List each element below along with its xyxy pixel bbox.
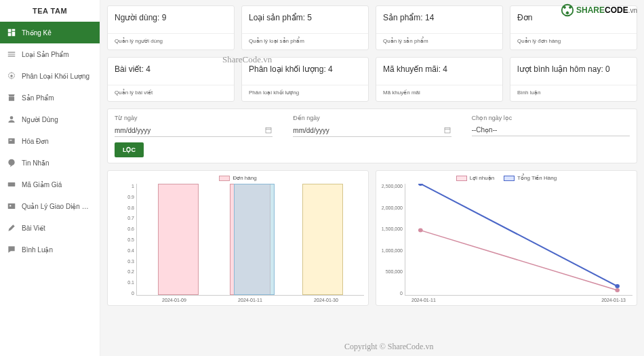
bar-chart: Đơn hàng 10.90.80.70.60.50.40.30.20.10	[107, 170, 369, 306]
calendar-icon	[264, 126, 273, 134]
card-nguoi-dung[interactable]: Người dùng: 9 Quản lý người dùng	[107, 5, 235, 50]
image-icon	[7, 201, 16, 211]
nav-nguoi-dung[interactable]: Người Dùng	[0, 108, 100, 130]
gear-icon	[7, 71, 16, 81]
chat-icon	[7, 158, 16, 167]
comment-icon	[7, 245, 16, 254]
nav-label: Hóa Đơn	[22, 138, 49, 145]
svg-point-1	[10, 116, 14, 119]
to-date-label: Đến ngày	[293, 115, 451, 121]
svg-point-4	[8, 159, 14, 165]
nav-label: Bài Viết	[22, 224, 45, 232]
nav-san-pham[interactable]: Sản Phẩm	[0, 87, 100, 108]
nav-bai-viet[interactable]: Bài Viết	[0, 217, 100, 239]
pen-icon	[7, 223, 16, 233]
nav-ma-giam-gia[interactable]: Mã Giảm Giá	[0, 174, 100, 195]
card-title: Phân loại khối lượng: 4	[249, 64, 361, 74]
svg-point-13	[418, 229, 423, 233]
nav-label: Phân Loại Khối Lượng	[22, 73, 89, 80]
sidebar: TEA TAM Thống Kê Loại Sản Phẩm Phân Loại…	[0, 0, 100, 356]
card-title: Mã khuyến mãi: 4	[383, 64, 496, 74]
ticket-icon	[7, 180, 16, 189]
svg-rect-5	[8, 182, 16, 186]
bar-y-axis: 10.90.80.70.60.50.40.30.20.10	[112, 184, 136, 296]
card-title: Bài viết: 4	[115, 64, 227, 74]
legend-label: Đơn hàng	[233, 175, 256, 181]
svg-point-0	[10, 75, 13, 77]
stat-cards: Người dùng: 9 Quản lý người dùng Loại sả…	[107, 5, 637, 102]
card-ma-khuyen-mai[interactable]: Mã khuyến mãi: 4 Mã khuyến mãi	[376, 57, 503, 102]
user-icon	[7, 115, 16, 124]
nav-label: Tin Nhắn	[22, 159, 49, 167]
line-x-axis: 2024-01-11 2024-01-13	[380, 298, 632, 302]
nav-phan-loai-khoi-luong[interactable]: Phân Loại Khối Lượng	[0, 65, 100, 87]
card-san-pham[interactable]: Sản phẩm: 14 Quản lý sản phẩm	[376, 5, 503, 50]
svg-point-12	[615, 284, 620, 288]
card-title: Người dùng: 9	[115, 13, 227, 22]
recycle-icon	[560, 3, 575, 18]
nav-hoa-don[interactable]: Hóa Đơn	[0, 130, 100, 152]
nav-label: Sản Phẩm	[22, 94, 54, 102]
nav-label: Thống Kê	[22, 29, 52, 37]
card-sub: Quản lý loại sản phẩm	[242, 33, 368, 50]
bar-legend: Đơn hàng	[112, 175, 364, 181]
card-title: Loại sản phẩm: 5	[249, 13, 361, 22]
svg-rect-9	[266, 128, 271, 134]
store-icon	[7, 93, 16, 102]
card-sub: Phân loại khối lượng	[242, 85, 368, 101]
nav-label: Bình Luận	[22, 246, 53, 254]
nav-quan-ly-giao-dien[interactable]: Quản Lý Giao Diện Website	[0, 195, 100, 217]
dashboard-icon	[7, 28, 16, 37]
bar-1	[158, 184, 199, 295]
svg-point-14	[615, 288, 620, 292]
menu-icon	[7, 50, 16, 59]
card-phan-loai-kl[interactable]: Phân loại khối lượng: 4 Phân loại khối l…	[241, 57, 369, 102]
svg-rect-2	[8, 138, 14, 144]
line-chart: Lợi nhuận Tổng Tiền Hàng 2,500,0002,000,…	[376, 170, 637, 306]
nav-label: Người Dùng	[22, 116, 58, 123]
legend-label: Tổng Tiền Hàng	[517, 175, 557, 181]
main-content: SHARECODE.vn Người dùng: 9 Quản lý người…	[100, 0, 644, 356]
line-y-axis: 2,500,0002,000,0001,500,0001,000,000500,…	[380, 184, 405, 296]
card-title: lượt bình luận hôm nay: 0	[517, 64, 630, 74]
filter-button[interactable]: LỌC	[115, 142, 144, 157]
nav-loai-san-pham[interactable]: Loại Sản Phẩm	[0, 43, 100, 65]
card-binh-luan[interactable]: lượt bình luận hôm nay: 0 Bình luận	[510, 57, 637, 102]
nav-label: Quản Lý Giao Diện Website	[22, 203, 93, 210]
svg-rect-3	[9, 140, 12, 140]
bar-x-axis: 2024-01-09 2024-01-11 2024-01-30	[112, 298, 364, 302]
from-date-input[interactable]: mm/dd/yyyy	[115, 124, 273, 137]
card-title: Sản phẩm: 14	[383, 13, 496, 22]
filter-panel: Từ ngày mm/dd/yyyy Đến ngày mm/dd/yyyy C…	[107, 108, 637, 163]
line-legend: Lợi nhuận Tổng Tiền Hàng	[380, 175, 632, 181]
svg-point-11	[418, 184, 423, 186]
nav-tin-nhan[interactable]: Tin Nhắn	[0, 152, 100, 174]
filter-select-label: Chọn ngày lọc	[472, 115, 630, 121]
from-date-placeholder: mm/dd/yyyy	[115, 127, 150, 134]
sharecode-watermark-logo: SHARECODE.vn	[560, 3, 637, 18]
svg-point-7	[9, 205, 11, 206]
nav-binh-luan[interactable]: Bình Luận	[0, 239, 100, 260]
card-loai-san-pham[interactable]: Loại sản phẩm: 5 Quản lý loại sản phẩm	[241, 5, 369, 50]
line-plot	[405, 184, 632, 296]
watermark-text-bottom: Copyright © ShareCode.vn	[344, 342, 433, 352]
legend-label: Lợi nhuận	[470, 175, 494, 181]
bar-3	[302, 184, 343, 295]
invoice-icon	[7, 136, 16, 146]
nav-thong-ke[interactable]: Thống Kê	[0, 22, 100, 43]
card-sub: Quản lý sản phẩm	[376, 33, 502, 50]
to-date-input[interactable]: mm/dd/yyyy	[293, 124, 451, 137]
nav-list: Thống Kê Loại Sản Phẩm Phân Loại Khối Lư…	[0, 22, 100, 260]
card-sub: Quản lý người dùng	[108, 33, 234, 50]
card-sub: Quản lý bài viết	[108, 85, 234, 101]
to-date-placeholder: mm/dd/yyyy	[293, 127, 329, 134]
from-date-label: Từ ngày	[115, 115, 273, 121]
card-sub: Quản lý đơn hàng	[510, 33, 637, 50]
card-sub: Bình luận	[510, 85, 637, 101]
filter-select[interactable]: --Chọn--	[472, 124, 630, 136]
bar-plot	[136, 184, 364, 296]
card-bai-viet[interactable]: Bài viết: 4 Quản lý bài viết	[107, 57, 235, 102]
nav-label: Mã Giảm Giá	[22, 181, 62, 189]
svg-rect-10	[445, 128, 450, 134]
bar-2-overlay	[234, 184, 275, 295]
